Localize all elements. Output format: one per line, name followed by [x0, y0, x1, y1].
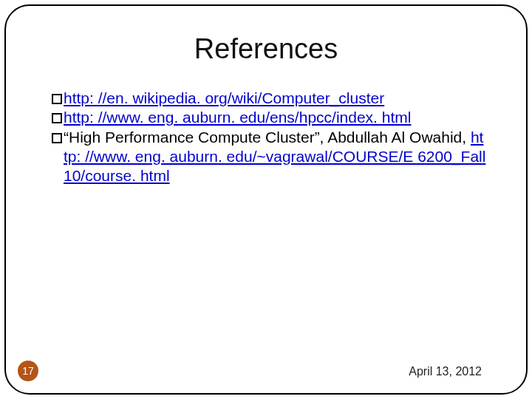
ref-item-3: “High Performance Compute Cluster”, Abdu…	[52, 128, 488, 186]
ref3-author: Abdullah Al Owahid,	[324, 129, 470, 146]
page-number-badge: 17	[18, 361, 38, 381]
ref-link-1[interactable]: http: //en. wikipedia. org/wiki/Computer…	[64, 89, 384, 106]
page-title: References	[0, 33, 532, 65]
bullet-icon	[52, 113, 62, 123]
bullet-icon	[52, 94, 62, 104]
ref-item-1: http: //en. wikipedia. org/wiki/Computer…	[52, 89, 488, 108]
bullet-icon	[52, 133, 62, 143]
references-list: http: //en. wikipedia. org/wiki/Computer…	[52, 89, 488, 185]
slide-date: April 13, 2012	[409, 365, 482, 378]
ref-item-2: http: //www. eng. auburn. edu/ens/hpcc/i…	[52, 108, 488, 127]
ref3-title: “High Performance Compute Cluster”,	[64, 129, 324, 146]
ref-link-2[interactable]: http: //www. eng. auburn. edu/ens/hpcc/i…	[64, 109, 411, 126]
